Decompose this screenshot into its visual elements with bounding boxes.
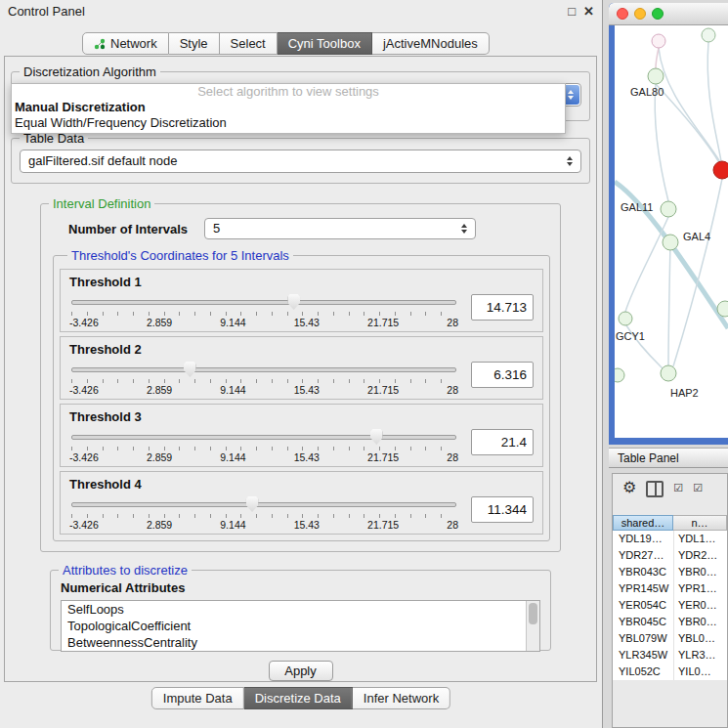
table-row[interactable]: YLR345WYLR3…	[613, 647, 727, 664]
table-row[interactable]: YDL19…YDL1…	[613, 531, 727, 547]
table-row[interactable]: YBL079WYBL0…	[613, 630, 727, 647]
minimize-traffic-light-icon[interactable]	[634, 8, 646, 20]
arrow-down-icon	[567, 162, 573, 166]
tab-select[interactable]: Select	[220, 32, 278, 55]
network-node-red[interactable]	[713, 161, 728, 179]
threshold-label: Threshold 2	[69, 342, 534, 357]
list-item[interactable]: TopologicalCoefficient	[62, 618, 539, 634]
columns-icon[interactable]	[646, 481, 664, 497]
table-data-value: galFiltered.sif default node	[28, 153, 177, 168]
cell-name: YDR2…	[673, 547, 727, 564]
node-label-gal80: GAL80	[630, 86, 664, 98]
network-node[interactable]	[615, 368, 624, 382]
threshold-3-slider[interactable]: -3.426 2.859 9.144 15.43 21.715 28	[69, 428, 458, 465]
zoom-traffic-light-icon[interactable]	[652, 8, 664, 20]
table-panel-title: Table Panel	[618, 451, 679, 465]
table-row[interactable]: YBR045CYBR0…	[613, 614, 727, 630]
threshold-2-slider[interactable]: -3.426 2.859 9.144 15.43 21.715 28	[69, 361, 458, 398]
tab-label: Infer Network	[364, 688, 439, 708]
tick-label: 21.715	[367, 384, 399, 396]
tab-cyni-toolbox[interactable]: Cyni Toolbox	[278, 32, 372, 55]
table-panel-window: ⚙ ☑ ☑ shared… n… YDL19…YDL1… YDR27…YDR2……	[612, 473, 728, 728]
column-header-name[interactable]: n…	[673, 515, 727, 531]
table-body: YDL19…YDL1… YDR27…YDR2… YBR043CYBR0… YPR…	[613, 531, 727, 680]
table-row[interactable]: YBR043CYBR0…	[613, 564, 727, 580]
network-node[interactable]	[652, 34, 665, 48]
cell-shared-name: YPR145W	[613, 580, 673, 597]
tab-discretize-data[interactable]: Discretize Data	[244, 687, 353, 709]
slider-track[interactable]	[71, 367, 456, 372]
close-icon[interactable]: ✕	[583, 4, 594, 19]
slider-track[interactable]	[71, 502, 456, 507]
network-node[interactable]	[702, 28, 715, 42]
apply-button[interactable]: Apply	[269, 661, 333, 681]
threshold-3-value[interactable]: 21.4	[471, 429, 534, 455]
tick-label: -3.426	[69, 384, 99, 396]
tab-jactivemnodules[interactable]: jActiveMNodules	[372, 32, 490, 55]
window-title: Control Panel	[8, 4, 85, 19]
tick-label: -3.426	[69, 451, 99, 463]
network-canvas[interactable]: GAL80 GAL11 GAL4 GCY1 HAP2	[615, 25, 728, 438]
cell-name: YDL1…	[673, 531, 727, 547]
column-header-shared-name[interactable]: shared…	[613, 515, 673, 531]
number-of-intervals-combobox[interactable]: 5	[204, 218, 476, 239]
cell-shared-name: YBL079W	[613, 630, 673, 647]
scrollbar-thumb[interactable]	[529, 603, 537, 624]
tab-infer-network[interactable]: Infer Network	[353, 687, 450, 709]
close-traffic-light-icon[interactable]	[617, 8, 628, 20]
table-row[interactable]: YDR27…YDR2…	[613, 547, 727, 564]
tab-label: Cyni Toolbox	[288, 33, 361, 54]
combo-stepper[interactable]	[563, 150, 577, 172]
tab-network[interactable]: Network	[82, 32, 169, 55]
dropdown-option-equal-width-frequency[interactable]: Equal Width/Frequency Discretization	[12, 115, 565, 131]
number-of-intervals-label: Number of Intervals	[68, 222, 188, 236]
tick-label: 9.144	[220, 519, 245, 531]
screen: Control Panel □ ✕ Network Style	[0, 0, 728, 728]
tab-style[interactable]: Style	[169, 32, 220, 55]
select-none-checkbox-icon[interactable]: ☑	[693, 481, 703, 494]
combo-stepper[interactable]	[457, 219, 471, 238]
threshold-4-panel: Threshold 4 -3.426 2.859 9.144 1	[60, 471, 543, 535]
slider-track[interactable]	[71, 300, 456, 305]
network-node-hap2[interactable]	[661, 365, 676, 381]
table-panel-header[interactable]: Table Panel	[609, 448, 728, 468]
list-item[interactable]: BetweennessCentrality	[62, 634, 539, 651]
dropdown-option-manual-discretization[interactable]: Manual Discretization	[12, 100, 565, 115]
threshold-2-value[interactable]: 6.316	[471, 362, 534, 388]
arrow-down-icon	[461, 230, 467, 234]
network-node-gal11[interactable]	[661, 201, 676, 217]
tick-label: 15.43	[294, 384, 320, 396]
gear-icon[interactable]: ⚙	[622, 480, 636, 495]
slider-handle[interactable]	[246, 496, 259, 512]
slider-handle[interactable]	[370, 429, 383, 445]
slider-handle[interactable]	[287, 294, 300, 310]
threshold-4-slider[interactable]: -3.426 2.859 9.144 15.43 21.715 28	[69, 495, 458, 533]
table-row[interactable]: YIL052CYIL0…	[613, 664, 727, 680]
network-node-gcy1[interactable]	[619, 312, 632, 325]
select-all-checkbox-icon[interactable]: ☑	[673, 481, 683, 494]
list-item[interactable]: SelfLoops	[62, 601, 539, 618]
network-node-gal80[interactable]	[648, 68, 664, 84]
threshold-1-value[interactable]: 14.713	[471, 294, 534, 321]
network-node-gal4[interactable]	[663, 235, 678, 250]
list-scrollbar[interactable]	[526, 601, 539, 651]
table-row[interactable]: YER054CYER0…	[613, 597, 727, 614]
threshold-1-slider[interactable]: -3.426 2.859 9.144 15.43 21.715 28	[69, 293, 458, 330]
cell-name: YBR0…	[673, 614, 727, 630]
cell-name: YPR1…	[673, 580, 727, 597]
slider-handle[interactable]	[184, 362, 196, 377]
tick-label: 2.859	[147, 317, 172, 328]
slider-track[interactable]	[71, 435, 456, 440]
tick-label: 15.43	[294, 519, 320, 531]
table-data-combobox[interactable]: galFiltered.sif default node	[20, 150, 581, 173]
table-row[interactable]: YPR145WYPR1…	[613, 580, 727, 597]
threshold-4-value[interactable]: 11.344	[471, 496, 534, 523]
tab-impute-data[interactable]: Impute Data	[151, 687, 244, 709]
bottom-tab-bar: Impute Data Discretize Data Infer Networ…	[151, 687, 450, 709]
tab-label: Discretize Data	[255, 688, 341, 708]
network-node[interactable]	[717, 301, 728, 317]
attributes-listbox[interactable]: SelfLoops TopologicalCoefficient Between…	[61, 600, 540, 652]
restore-icon[interactable]: □	[568, 4, 576, 19]
cell-name: YLR3…	[673, 647, 727, 664]
tick-label: 28	[447, 451, 458, 463]
